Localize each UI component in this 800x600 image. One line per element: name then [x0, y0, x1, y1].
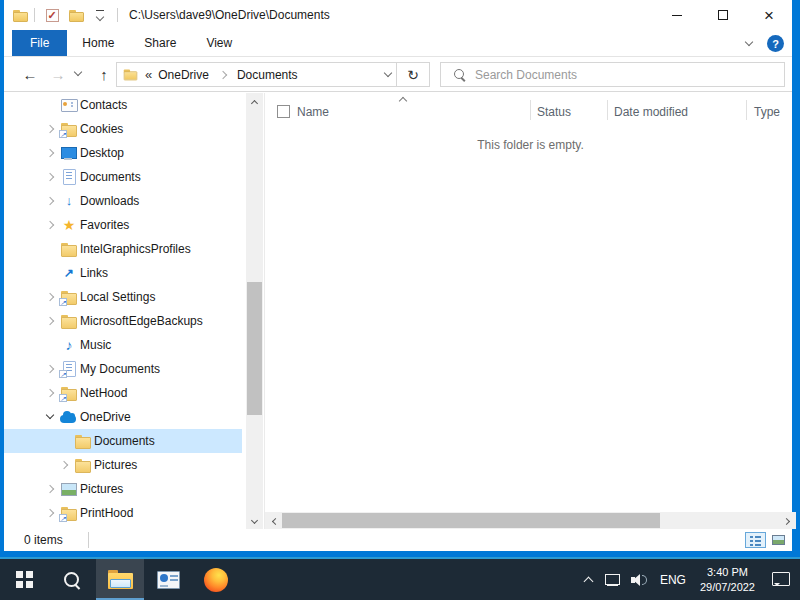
- refresh-button[interactable]: ↻: [397, 62, 429, 87]
- sidebar-item-music[interactable]: ♪Music: [4, 333, 242, 357]
- qat-new-folder-button[interactable]: [64, 3, 88, 27]
- large-icons-view-button[interactable]: [768, 532, 789, 548]
- tab-view[interactable]: View: [191, 30, 247, 56]
- chevron-right-icon[interactable]: [42, 313, 58, 329]
- sidebar-item-favorites[interactable]: ★Favorites: [4, 213, 242, 237]
- column-header-name[interactable]: Name: [297, 105, 329, 119]
- sidebar-item-microsoftedgebackups[interactable]: MicrosoftEdgeBackups: [4, 309, 242, 333]
- tree-scrollbar[interactable]: [246, 93, 263, 529]
- clock[interactable]: 3:40 PM 29/07/2022: [696, 565, 759, 595]
- action-center-icon[interactable]: [772, 572, 790, 587]
- column-separator[interactable]: [530, 100, 531, 120]
- column-header-status[interactable]: Status: [537, 105, 571, 119]
- chevron-right-icon[interactable]: [42, 385, 58, 401]
- folder-shortcut-icon: ↗: [60, 505, 78, 521]
- chevron-right-icon[interactable]: [42, 289, 58, 305]
- sidebar-item-desktop[interactable]: Desktop: [4, 141, 242, 165]
- tree-scrollbar-thumb[interactable]: [247, 282, 262, 415]
- chevron-right-icon[interactable]: [42, 121, 58, 137]
- sidebar-item-contacts[interactable]: Contacts: [4, 93, 242, 117]
- sidebar-item-intelgraphicsprofiles[interactable]: IntelGraphicsProfiles: [4, 237, 242, 261]
- breadcrumb-onedrive[interactable]: OneDrive: [158, 68, 209, 82]
- ribbon-right-controls: ?: [741, 30, 784, 57]
- start-button[interactable]: [0, 559, 48, 600]
- address-bar[interactable]: « OneDrive Documents ↻: [116, 62, 430, 87]
- check-icon: ✓: [46, 9, 59, 22]
- chevron-down-icon[interactable]: [42, 409, 58, 425]
- forward-button[interactable]: →: [46, 62, 70, 86]
- tab-home[interactable]: Home: [67, 30, 129, 56]
- close-button[interactable]: ×: [746, 0, 792, 30]
- taskbar-file-explorer-button[interactable]: [96, 559, 144, 600]
- windows-logo-icon: [16, 571, 33, 588]
- search-box[interactable]: [440, 62, 785, 87]
- scroll-right-button[interactable]: [779, 512, 796, 529]
- no-chevron: [42, 265, 58, 281]
- horizontal-scrollbar-thumb[interactable]: [282, 513, 660, 528]
- tab-share[interactable]: Share: [129, 30, 191, 56]
- search-input[interactable]: [475, 68, 784, 82]
- network-icon[interactable]: [603, 572, 623, 588]
- minimize-button[interactable]: [654, 0, 700, 30]
- volume-icon[interactable]: [630, 572, 650, 588]
- sidebar-item-my-documents[interactable]: ↗My Documents: [4, 357, 242, 381]
- language-indicator[interactable]: ENG: [657, 573, 689, 587]
- scroll-left-button[interactable]: [265, 512, 282, 529]
- horizontal-scrollbar[interactable]: [265, 512, 796, 529]
- sidebar-item-downloads[interactable]: ↓Downloads: [4, 189, 242, 213]
- sidebar-item-cookies[interactable]: ↗Cookies: [4, 117, 242, 141]
- sidebar-item-nethood[interactable]: ↗NetHood: [4, 381, 242, 405]
- folder-icon: [74, 457, 92, 473]
- folder-icon: [60, 313, 78, 329]
- taskbar-app-button[interactable]: [144, 559, 192, 600]
- up-button[interactable]: ↑: [92, 62, 116, 86]
- sidebar-item-onedrive-pictures[interactable]: Pictures: [4, 453, 242, 477]
- help-button[interactable]: ?: [767, 35, 784, 52]
- sidebar-item-onedrive[interactable]: OneDrive: [4, 405, 242, 429]
- column-separator[interactable]: [746, 100, 747, 120]
- chevron-right-icon[interactable]: [42, 217, 58, 233]
- sidebar-item-onedrive-documents[interactable]: Documents: [4, 429, 242, 453]
- sidebar-item-printhood[interactable]: ↗PrintHood: [4, 501, 242, 525]
- chevron-right-icon[interactable]: [42, 505, 58, 521]
- address-dropdown-icon[interactable]: [380, 67, 396, 83]
- taskbar-firefox-button[interactable]: [192, 559, 240, 600]
- details-view-button[interactable]: [745, 532, 766, 548]
- sidebar-item-pictures[interactable]: Pictures: [4, 477, 242, 501]
- search-icon: [453, 68, 467, 82]
- window-title: C:\Users\dave9\OneDrive\Documents: [129, 8, 330, 22]
- chevron-right-icon[interactable]: [42, 361, 58, 377]
- taskbar-search-button[interactable]: [48, 559, 96, 600]
- column-header-date-modified[interactable]: Date modified: [614, 105, 688, 119]
- music-note-icon: ♪: [60, 337, 78, 353]
- maximize-button[interactable]: [700, 0, 746, 30]
- qat-customize-button[interactable]: [88, 3, 112, 27]
- breadcrumb-chevron-icon[interactable]: [215, 67, 231, 83]
- column-header-type[interactable]: Type: [754, 105, 780, 119]
- sidebar-item-documents[interactable]: Documents: [4, 165, 242, 189]
- recent-locations-button[interactable]: [70, 66, 86, 82]
- show-hidden-icons-button[interactable]: [582, 573, 596, 587]
- breadcrumb-overflow[interactable]: «: [145, 67, 152, 82]
- chevron-right-icon[interactable]: [42, 481, 58, 497]
- chevron-right-icon[interactable]: [56, 457, 72, 473]
- shortcut-overlay-icon: ↗: [59, 514, 67, 522]
- chevron-right-icon[interactable]: [42, 193, 58, 209]
- chevron-right-icon[interactable]: [42, 169, 58, 185]
- qat-properties-button[interactable]: ✓: [40, 3, 64, 27]
- star-icon: ★: [60, 217, 78, 233]
- folder-icon: [68, 8, 85, 23]
- breadcrumb-documents[interactable]: Documents: [237, 68, 298, 82]
- scroll-down-button[interactable]: [246, 512, 263, 529]
- tab-file[interactable]: File: [12, 30, 67, 56]
- back-button[interactable]: ←: [18, 62, 42, 86]
- chevron-right-icon[interactable]: [42, 145, 58, 161]
- minimize-ribbon-icon[interactable]: [741, 36, 757, 52]
- chevron-up-icon: [251, 98, 259, 106]
- select-all-checkbox[interactable]: [277, 105, 290, 118]
- scroll-up-button[interactable]: [246, 93, 263, 110]
- sidebar-item-local-settings[interactable]: ↗Local Settings: [4, 285, 242, 309]
- column-separator[interactable]: [607, 100, 608, 120]
- sidebar-item-label: Pictures: [80, 482, 123, 496]
- sidebar-item-links[interactable]: ↗Links: [4, 261, 242, 285]
